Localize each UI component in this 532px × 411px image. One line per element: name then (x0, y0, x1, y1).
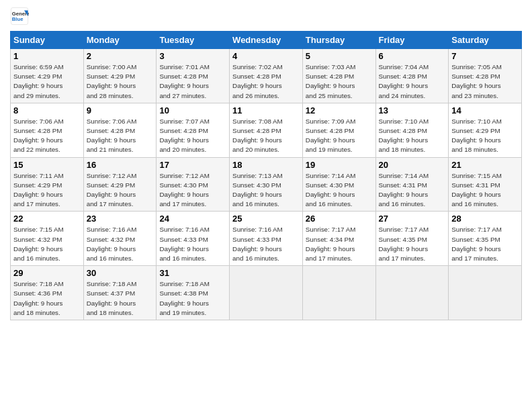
weekday-header-friday: Friday (375, 32, 449, 49)
day-number: 30 (87, 268, 154, 278)
day-number: 6 (379, 51, 446, 61)
calendar-cell: 28Sunrise: 7:17 AM Sunset: 4:35 PM Dayli… (449, 212, 522, 266)
weekday-header-sunday: Sunday (11, 32, 84, 49)
day-info: Sunrise: 7:11 AM Sunset: 4:29 PM Dayligh… (13, 171, 81, 210)
day-info: Sunrise: 7:08 AM Sunset: 4:28 PM Dayligh… (232, 117, 300, 155)
day-number: 4 (232, 51, 300, 61)
day-number: 25 (232, 214, 300, 224)
day-info: Sunrise: 7:17 AM Sunset: 4:35 PM Dayligh… (451, 225, 519, 263)
day-number: 2 (87, 51, 154, 61)
logo-icon: General Blue (10, 7, 29, 26)
weekday-header-tuesday: Tuesday (157, 32, 230, 49)
day-info: Sunrise: 7:14 AM Sunset: 4:30 PM Dayligh… (306, 171, 373, 210)
calendar-cell: 24Sunrise: 7:16 AM Sunset: 4:33 PM Dayli… (157, 212, 230, 266)
day-number: 7 (451, 51, 519, 61)
day-info: Sunrise: 7:18 AM Sunset: 4:36 PM Dayligh… (13, 279, 81, 318)
calendar-cell: 31Sunrise: 7:18 AM Sunset: 4:38 PM Dayli… (157, 266, 230, 320)
calendar-cell: 14Sunrise: 7:10 AM Sunset: 4:29 PM Dayli… (449, 103, 522, 157)
day-info: Sunrise: 7:10 AM Sunset: 4:28 PM Dayligh… (379, 117, 446, 155)
day-number: 29 (13, 268, 81, 278)
day-number: 24 (159, 214, 226, 224)
calendar-cell: 2Sunrise: 7:00 AM Sunset: 4:29 PM Daylig… (83, 49, 157, 103)
calendar-cell: 3Sunrise: 7:01 AM Sunset: 4:28 PM Daylig… (157, 49, 230, 103)
calendar-body: 1Sunrise: 6:59 AM Sunset: 4:29 PM Daylig… (11, 49, 522, 320)
calendar-cell: 1Sunrise: 6:59 AM Sunset: 4:29 PM Daylig… (11, 49, 84, 103)
calendar-cell: 23Sunrise: 7:16 AM Sunset: 4:32 PM Dayli… (83, 212, 157, 266)
day-number: 15 (13, 160, 81, 170)
calendar-header: SundayMondayTuesdayWednesdayThursdayFrid… (11, 32, 522, 49)
logo: General Blue (10, 7, 32, 26)
day-info: Sunrise: 7:00 AM Sunset: 4:29 PM Dayligh… (87, 62, 154, 101)
calendar-cell: 12Sunrise: 7:09 AM Sunset: 4:28 PM Dayli… (302, 103, 375, 157)
day-number: 27 (379, 214, 446, 224)
day-info: Sunrise: 7:10 AM Sunset: 4:29 PM Dayligh… (451, 117, 519, 155)
calendar-cell (230, 266, 303, 320)
calendar-cell: 18Sunrise: 7:13 AM Sunset: 4:30 PM Dayli… (230, 157, 303, 212)
calendar-cell (375, 266, 449, 320)
day-info: Sunrise: 7:05 AM Sunset: 4:28 PM Dayligh… (451, 62, 519, 101)
day-number: 14 (451, 105, 519, 116)
calendar-cell: 13Sunrise: 7:10 AM Sunset: 4:28 PM Dayli… (375, 103, 449, 157)
calendar-week-2: 8Sunrise: 7:06 AM Sunset: 4:28 PM Daylig… (11, 103, 522, 157)
svg-text:Blue: Blue (12, 16, 24, 22)
calendar-week-1: 1Sunrise: 6:59 AM Sunset: 4:29 PM Daylig… (11, 49, 522, 103)
day-number: 3 (159, 51, 226, 61)
calendar-cell: 20Sunrise: 7:14 AM Sunset: 4:31 PM Dayli… (375, 157, 449, 212)
day-info: Sunrise: 7:12 AM Sunset: 4:29 PM Dayligh… (87, 171, 154, 210)
page-container: General Blue SundayMondayTuesdayWednesda… (0, 0, 532, 327)
calendar-cell: 4Sunrise: 7:02 AM Sunset: 4:28 PM Daylig… (230, 49, 303, 103)
day-number: 12 (306, 105, 373, 116)
day-number: 11 (232, 105, 300, 116)
weekday-header-thursday: Thursday (302, 32, 375, 49)
day-number: 22 (13, 214, 81, 224)
calendar-cell: 9Sunrise: 7:06 AM Sunset: 4:28 PM Daylig… (83, 103, 157, 157)
day-number: 21 (451, 160, 519, 170)
calendar-cell: 16Sunrise: 7:12 AM Sunset: 4:29 PM Dayli… (83, 157, 157, 212)
calendar-cell: 5Sunrise: 7:03 AM Sunset: 4:28 PM Daylig… (302, 49, 375, 103)
weekday-header-wednesday: Wednesday (230, 32, 303, 49)
calendar-cell: 25Sunrise: 7:16 AM Sunset: 4:33 PM Dayli… (230, 212, 303, 266)
day-number: 31 (159, 268, 226, 278)
calendar-cell: 30Sunrise: 7:18 AM Sunset: 4:37 PM Dayli… (83, 266, 157, 320)
day-number: 20 (379, 160, 446, 170)
calendar-week-5: 29Sunrise: 7:18 AM Sunset: 4:36 PM Dayli… (11, 266, 522, 320)
day-info: Sunrise: 7:16 AM Sunset: 4:32 PM Dayligh… (87, 225, 154, 263)
calendar-table: SundayMondayTuesdayWednesdayThursdayFrid… (10, 31, 522, 320)
day-info: Sunrise: 7:17 AM Sunset: 4:35 PM Dayligh… (379, 225, 446, 263)
day-number: 18 (232, 160, 300, 170)
day-info: Sunrise: 7:15 AM Sunset: 4:32 PM Dayligh… (13, 225, 81, 263)
calendar-cell (302, 266, 375, 320)
day-info: Sunrise: 7:01 AM Sunset: 4:28 PM Dayligh… (159, 62, 226, 101)
day-number: 16 (87, 160, 154, 170)
day-info: Sunrise: 7:07 AM Sunset: 4:28 PM Dayligh… (159, 117, 226, 155)
day-number: 8 (13, 105, 81, 116)
header: General Blue (10, 7, 522, 26)
day-info: Sunrise: 7:16 AM Sunset: 4:33 PM Dayligh… (159, 225, 226, 263)
day-info: Sunrise: 7:14 AM Sunset: 4:31 PM Dayligh… (379, 171, 446, 210)
calendar-cell: 6Sunrise: 7:04 AM Sunset: 4:28 PM Daylig… (375, 49, 449, 103)
calendar-week-3: 15Sunrise: 7:11 AM Sunset: 4:29 PM Dayli… (11, 157, 522, 212)
calendar-cell: 11Sunrise: 7:08 AM Sunset: 4:28 PM Dayli… (230, 103, 303, 157)
calendar-cell: 17Sunrise: 7:12 AM Sunset: 4:30 PM Dayli… (157, 157, 230, 212)
day-number: 1 (13, 51, 81, 61)
calendar-cell: 10Sunrise: 7:07 AM Sunset: 4:28 PM Dayli… (157, 103, 230, 157)
day-number: 28 (451, 214, 519, 224)
day-number: 26 (306, 214, 373, 224)
calendar-cell: 15Sunrise: 7:11 AM Sunset: 4:29 PM Dayli… (11, 157, 84, 212)
day-info: Sunrise: 7:04 AM Sunset: 4:28 PM Dayligh… (379, 62, 446, 101)
day-info: Sunrise: 7:06 AM Sunset: 4:28 PM Dayligh… (87, 117, 154, 155)
day-info: Sunrise: 7:18 AM Sunset: 4:37 PM Dayligh… (87, 279, 154, 318)
day-number: 19 (306, 160, 373, 170)
calendar-cell: 7Sunrise: 7:05 AM Sunset: 4:28 PM Daylig… (449, 49, 522, 103)
day-info: Sunrise: 7:06 AM Sunset: 4:28 PM Dayligh… (13, 117, 81, 155)
day-number: 17 (159, 160, 226, 170)
day-info: Sunrise: 7:12 AM Sunset: 4:30 PM Dayligh… (159, 171, 226, 210)
calendar-cell: 26Sunrise: 7:17 AM Sunset: 4:34 PM Dayli… (302, 212, 375, 266)
weekday-header-saturday: Saturday (449, 32, 522, 49)
day-info: Sunrise: 7:13 AM Sunset: 4:30 PM Dayligh… (232, 171, 300, 210)
day-number: 13 (379, 105, 446, 116)
calendar-cell: 29Sunrise: 7:18 AM Sunset: 4:36 PM Dayli… (11, 266, 84, 320)
calendar-cell: 8Sunrise: 7:06 AM Sunset: 4:28 PM Daylig… (11, 103, 84, 157)
day-number: 10 (159, 105, 226, 116)
calendar-cell: 22Sunrise: 7:15 AM Sunset: 4:32 PM Dayli… (11, 212, 84, 266)
